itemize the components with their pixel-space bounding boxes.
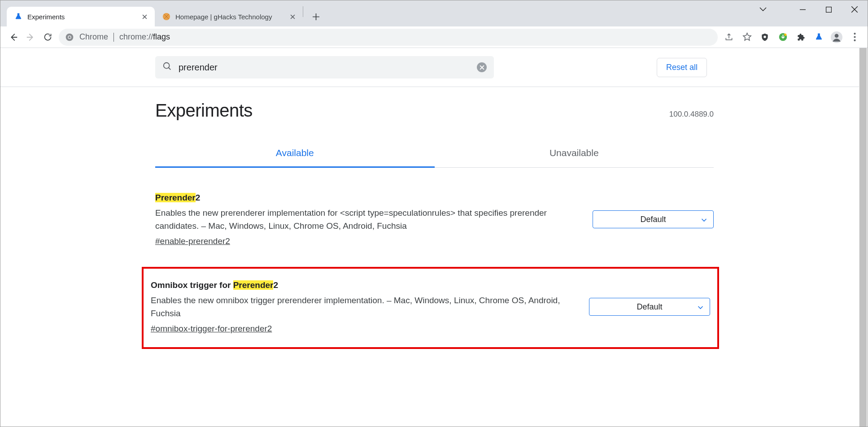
flags-topbar: Reset all xyxy=(0,48,859,87)
extensions-puzzle-icon[interactable] xyxy=(792,29,809,46)
search-icon xyxy=(162,61,172,73)
scrollbar-thumb[interactable] xyxy=(859,48,867,427)
forward-button[interactable] xyxy=(22,29,39,46)
chrome-icon xyxy=(65,33,74,42)
flag-dropdown[interactable]: Default xyxy=(593,210,714,228)
extension-download-icon[interactable] xyxy=(774,29,791,46)
search-box[interactable] xyxy=(155,56,494,78)
svg-point-7 xyxy=(784,34,786,36)
flag-item: Prerender2 Enables the new prerenderer i… xyxy=(155,181,714,253)
flag-dropdown[interactable]: Default xyxy=(589,298,710,316)
flag-item-highlighted: Omnibox trigger for Prerender2 Enables t… xyxy=(142,267,719,349)
url-path: chrome://flags xyxy=(119,32,170,42)
url-scheme-label: Chrome xyxy=(79,32,108,42)
maximize-button[interactable] xyxy=(816,0,842,18)
svg-rect-1 xyxy=(826,7,831,12)
vertical-scrollbar[interactable] xyxy=(859,48,867,427)
flag-text: Prerender2 Enables the new prerenderer i… xyxy=(155,193,593,246)
flag-title: Prerender2 xyxy=(155,193,575,203)
page-content: Reset all Experiments 100.0.4889.0 Avail… xyxy=(0,48,859,427)
site-favicon xyxy=(162,12,171,21)
tab-title: Homepage | gHacks Technology xyxy=(175,13,285,21)
tab-search-button[interactable] xyxy=(750,0,776,18)
flag-description: Enables the new omnibox trigger prerende… xyxy=(151,294,571,320)
menu-kebab-icon[interactable] xyxy=(846,29,863,46)
labs-flask-icon[interactable] xyxy=(810,29,827,46)
bookmark-star-icon[interactable] xyxy=(738,29,755,46)
chevron-down-icon xyxy=(701,215,707,224)
flag-hash-link[interactable]: #enable-prerender2 xyxy=(155,236,230,246)
flag-hash-link[interactable]: #omnibox-trigger-for-prerender2 xyxy=(151,324,272,333)
svg-point-4 xyxy=(69,36,71,38)
chevron-down-icon xyxy=(698,302,703,312)
clear-search-button[interactable] xyxy=(477,62,487,72)
flag-tabs: Available Unavailable xyxy=(155,139,714,168)
flask-icon xyxy=(14,12,23,21)
share-icon[interactable] xyxy=(720,29,737,46)
browser-tab-inactive[interactable]: Homepage | gHacks Technology xyxy=(155,7,303,26)
svg-point-11 xyxy=(854,36,855,38)
back-button[interactable] xyxy=(5,29,22,46)
reload-button[interactable] xyxy=(39,29,56,46)
address-text: Chrome chrome://flags xyxy=(79,32,170,42)
close-window-button[interactable] xyxy=(842,0,868,18)
svg-point-12 xyxy=(854,39,855,41)
tab-unavailable[interactable]: Unavailable xyxy=(435,139,714,167)
minimize-button[interactable] xyxy=(789,0,816,18)
flag-description: Enables the new prerenderer implementati… xyxy=(155,206,575,233)
new-tab-button[interactable] xyxy=(308,9,324,25)
page-viewport: Reset all Experiments 100.0.4889.0 Avail… xyxy=(0,48,868,427)
close-icon[interactable] xyxy=(288,13,297,21)
search-input[interactable] xyxy=(179,62,477,73)
profile-avatar-icon[interactable] xyxy=(828,29,845,46)
flag-text: Omnibox trigger for Prerender2 Enables t… xyxy=(151,280,589,334)
address-bar[interactable]: Chrome chrome://flags xyxy=(59,29,718,46)
browser-toolbar: Chrome chrome://flags xyxy=(0,26,868,48)
extension-shield-icon[interactable] xyxy=(756,29,773,46)
svg-point-13 xyxy=(164,63,170,69)
flag-dropdown-value: Default xyxy=(637,302,662,312)
tab-available[interactable]: Available xyxy=(155,139,435,167)
flags-main: Experiments 100.0.4889.0 Available Unava… xyxy=(155,87,714,349)
address-separator xyxy=(113,33,114,42)
browser-tab-strip: Experiments Homepage | gHacks Technology xyxy=(0,0,868,26)
close-icon[interactable] xyxy=(140,13,148,21)
svg-point-5 xyxy=(763,35,766,38)
toolbar-actions xyxy=(720,29,863,46)
flag-title: Omnibox trigger for Prerender2 xyxy=(151,280,571,290)
window-controls xyxy=(750,0,868,18)
heading-row: Experiments 100.0.4889.0 xyxy=(155,100,714,121)
tab-title: Experiments xyxy=(27,13,137,21)
svg-point-9 xyxy=(835,34,839,38)
flag-dropdown-value: Default xyxy=(640,215,666,224)
version-text: 100.0.4889.0 xyxy=(669,110,714,119)
svg-point-10 xyxy=(854,33,855,35)
tab-separator xyxy=(303,6,303,17)
browser-tab-active[interactable]: Experiments xyxy=(7,7,155,26)
page-title: Experiments xyxy=(155,100,253,121)
reset-all-button[interactable]: Reset all xyxy=(657,58,707,77)
